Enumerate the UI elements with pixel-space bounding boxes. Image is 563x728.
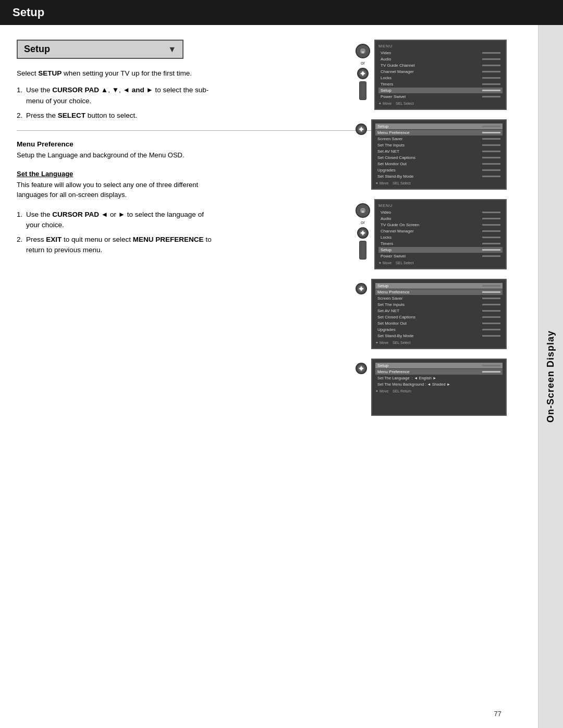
screen2-item-captions: Set Closed Captions (375, 155, 503, 161)
setup-subheader-title: Setup (24, 44, 168, 55)
screen3-container: M or (356, 199, 507, 269)
section-set-language: Set the Language This feature will allow… (17, 170, 225, 200)
right-sidebar: On-Screen Display (538, 25, 563, 728)
bold-and: and (132, 86, 144, 94)
screen1-footer: ✦ Move SEL Select (378, 102, 503, 106)
screen2-footer: ✦ Move SEL Select (375, 181, 503, 186)
instruction2-item-1: Use the CURSOR PAD ◄ or ► to select the … (17, 209, 215, 231)
screen4-item-captions: Set Closed Captions (375, 314, 503, 320)
left-panel: Setup ▼ Select SETUP when setting your T… (0, 25, 538, 728)
screen1-header: MENU (378, 44, 503, 48)
screen3-select: SEL Select (396, 261, 413, 265)
screen3: MENU Video Audio TV Guide On Screen Chan… (374, 199, 507, 269)
tv-controls-5 (356, 359, 367, 374)
screen4-item-inputs: Set The Inputs (375, 302, 503, 307)
screen3-item-setup: Setup (378, 247, 503, 253)
setup-subheader: Setup ▼ (17, 40, 183, 59)
screen1-item-power: Power Swivel (378, 94, 503, 100)
nav-btn-5[interactable] (356, 363, 367, 374)
screen3-item-audio: Audio (378, 216, 503, 221)
section-menu-preference: Menu Preference Setup the Language and b… (17, 140, 225, 161)
screen4-item-menupref: Menu Preference (375, 289, 503, 295)
screen2-item-avnet: Set AV NET (375, 149, 503, 154)
page-title: Setup (13, 6, 44, 19)
rocker-3[interactable] (359, 241, 366, 260)
instruction-list-1: Use the CURSOR PAD ▲, ▼, ◄ and ► to sele… (17, 85, 215, 121)
instruction-item-2: Press the SELECT button to select. (17, 110, 215, 121)
screen3-footer: ✦ Move SEL Select (378, 261, 503, 265)
screen1-item-timers: Timers (378, 81, 503, 87)
screen4-item-setup: Setup (375, 283, 503, 289)
screen2: Setup Menu Preference Screen Saver Set T… (371, 119, 507, 190)
screen4-item-standby: Set Stand-By Mode (375, 333, 503, 339)
screen5-move: ✦ Move (375, 389, 388, 393)
screen1-container: M or (356, 40, 507, 110)
screen3-item-tvguide: TV Guide On Screen (378, 222, 503, 228)
screen4-item-monitor: Set Monitor Out (375, 320, 503, 326)
screen4-footer: ✦ Move SEL Select (375, 341, 503, 345)
svg-text:M: M (362, 210, 364, 213)
main-content: Setup ▼ Select SETUP when setting your T… (0, 25, 563, 728)
or-label-1: or (361, 60, 365, 66)
screen2-move: ✦ Move (375, 181, 388, 186)
bold-select: SELECT (58, 112, 85, 119)
tv-controls-1: M or (356, 40, 370, 100)
bold-menu-pref: MENU PREFERENCE (133, 236, 204, 243)
screen1-item-audio: Audio (378, 56, 503, 62)
screen2-container: Setup Menu Preference Screen Saver Set T… (356, 119, 507, 190)
intro-text: Select SETUP when setting your TV up for… (17, 68, 215, 79)
nav-btn-3[interactable] (357, 227, 369, 239)
screen2-item-menupref: Menu Preference (375, 130, 503, 135)
screen1: MENU Video Audio TV Guide Channel Channe… (374, 40, 507, 110)
menu-btn-1[interactable]: M (356, 44, 370, 58)
screen1-move: ✦ Move (378, 102, 391, 106)
bold-setup: SETUP (38, 69, 62, 77)
svg-text:M: M (362, 51, 364, 54)
bold-exit: EXIT (46, 236, 62, 243)
screen5-container: Setup Menu Preference Set The Language :… (356, 359, 507, 416)
menu-btn-3[interactable]: M (356, 203, 370, 218)
screen4-container: Setup Menu Preference Screen Saver Set T… (356, 279, 507, 349)
screen1-item-tvguide: TV Guide Channel (378, 63, 503, 68)
screen4-item-screensaver: Screen Saver (375, 295, 503, 301)
screen4-move: ✦ Move (375, 341, 388, 345)
screen4-item-avnet: Set AV NET (375, 308, 503, 314)
screen3-item-timers: Timers (378, 241, 503, 246)
screen2-item-screensaver: Screen Saver (375, 136, 503, 142)
screen1-item-locks: Locks (378, 75, 503, 81)
screen2-item-upgrades: Upgrades (375, 167, 503, 173)
screen3-header: MENU (378, 203, 503, 208)
screen3-move: ✦ Move (378, 261, 391, 265)
instruction2-item-2: Press EXIT to quit menu or select MENU P… (17, 235, 215, 256)
screen5-footer: ✦ Move SEL Return (375, 389, 503, 393)
screen5-item-language: Set The Language : ◄ English ► (375, 375, 503, 381)
instruction-item-1: Use the CURSOR PAD ▲, ▼, ◄ and ► to sele… (17, 85, 215, 106)
screen4-item-upgrades: Upgrades (375, 327, 503, 332)
screen5-return: SEL Return (393, 389, 411, 393)
screen1-item-video: Video (378, 50, 503, 56)
screen2-item-setup: Setup (375, 124, 503, 129)
screen5: Setup Menu Preference Set The Language :… (371, 359, 507, 416)
screen1-item-setup: Setup (378, 88, 503, 93)
instruction-list-2: Use the CURSOR PAD ◄ or ► to select the … (17, 209, 215, 256)
tv-controls-2 (356, 119, 367, 135)
screen3-item-locks: Locks (378, 235, 503, 240)
menu-preference-text: Setup the Language and background of the… (17, 150, 225, 161)
nav-btn-1[interactable] (357, 68, 369, 79)
screen3-item-video: Video (378, 209, 503, 215)
screen1-item-channel: Channel Manager (378, 69, 503, 75)
page-number: 77 (494, 710, 501, 718)
tv-controls-4 (356, 279, 367, 294)
sidebar-label: On-Screen Display (545, 330, 556, 423)
nav-btn-4[interactable] (356, 283, 367, 294)
rocker-1[interactable] (359, 81, 366, 100)
screen3-item-channel: Channel Manager (378, 228, 503, 234)
set-language-text: This feature will allow you to select an… (17, 180, 225, 200)
screen2-select: SEL Select (393, 181, 410, 186)
screen2-item-inputs: Set The Inputs (375, 142, 503, 148)
screen2-item-standby: Set Stand-By Mode (375, 174, 503, 179)
screen2-item-monitor: Set Monitor Out (375, 161, 503, 167)
screen5-item-setup: Setup (375, 363, 503, 368)
screenshots-column: M or (356, 40, 507, 416)
nav-btn-2[interactable] (356, 124, 367, 135)
